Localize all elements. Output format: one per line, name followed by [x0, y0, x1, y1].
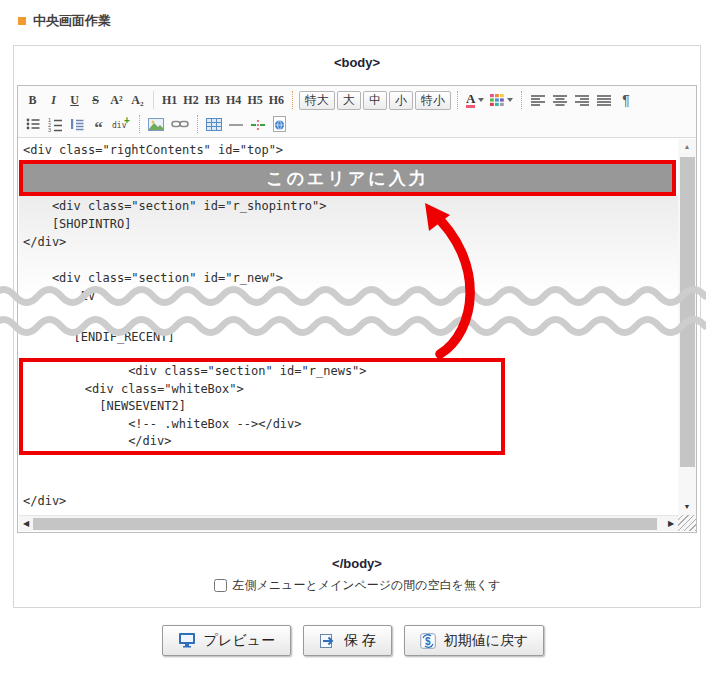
size-xxl-button[interactable]: 特大 — [299, 91, 335, 110]
italic-button[interactable]: I — [43, 90, 64, 111]
scroll-right-arrow-icon[interactable]: ▶ — [664, 516, 678, 532]
scroll-down-arrow-icon[interactable]: ▼ — [678, 499, 696, 515]
blockquote-icon — [69, 116, 85, 132]
code-line-top: <div class="rightContents" id="top"> — [23, 141, 283, 159]
save-button[interactable]: 保 存 — [303, 625, 392, 656]
insert-media-button[interactable] — [269, 114, 290, 135]
insert-link-button[interactable] — [168, 114, 192, 135]
code-block-main: <div class="section" id="r_shopintro"> [… — [23, 197, 326, 305]
html-editor: B I U S A² A₂ H1 H2 H3 H4 H5 H6 特大 大 中 — [17, 85, 697, 533]
reset-button-label: 初期値に戻す — [444, 632, 529, 650]
align-justify-button[interactable] — [593, 90, 615, 111]
horizontal-rule-icon — [228, 117, 244, 132]
remove-gap-label: 左側メニューとメインページの間の空白を無くす — [233, 577, 501, 594]
h2-button[interactable]: H2 — [180, 90, 201, 111]
body-close-label: </body> — [14, 556, 700, 571]
div-tag-icon: div + — [112, 116, 131, 132]
h6-button[interactable]: H6 — [266, 90, 287, 111]
strikethrough-button[interactable]: S — [85, 90, 106, 111]
scroll-left-arrow-icon[interactable]: ◀ — [19, 516, 33, 532]
input-area-highlight: このエリアに入力 — [19, 160, 676, 196]
gap-option-row: 左側メニューとメインページの間の空白を無くす — [14, 577, 700, 594]
code-line-bottom: </div> — [23, 492, 66, 510]
h3-button[interactable]: H3 — [202, 90, 223, 111]
insert-image-button[interactable] — [145, 114, 168, 135]
unordered-list-icon — [25, 116, 41, 132]
unordered-list-button[interactable] — [22, 114, 44, 135]
image-icon — [148, 117, 165, 132]
page-break-button[interactable] — [247, 114, 269, 135]
toolbar-separator — [197, 115, 198, 133]
font-color-a-glyph: A — [466, 92, 475, 108]
vertical-scrollbar[interactable]: ▲ ▼ — [678, 139, 696, 515]
reset-refresh-icon: $ — [420, 633, 436, 649]
size-xs-button[interactable]: 特小 — [415, 91, 451, 110]
resize-grip[interactable] — [678, 515, 696, 531]
editor-content[interactable]: <div class="rightContents" id="top"> このエ… — [19, 139, 678, 515]
align-left-icon — [530, 93, 546, 107]
size-large-button[interactable]: 大 — [337, 91, 361, 110]
align-right-button[interactable] — [571, 90, 593, 111]
align-center-icon — [552, 93, 568, 107]
horizontal-scrollbar-thumb[interactable] — [33, 518, 657, 530]
toolbar-row-2: 123 “ div + — [22, 112, 692, 136]
ordered-list-button[interactable]: 123 — [44, 114, 66, 135]
save-button-label: 保 存 — [344, 632, 376, 650]
code-line-endif: [ENDIF_RECENT] — [23, 328, 175, 346]
h5-button[interactable]: H5 — [244, 90, 265, 111]
orange-bullet-icon — [18, 17, 26, 25]
align-center-button[interactable] — [549, 90, 571, 111]
save-icon — [319, 633, 336, 649]
align-left-button[interactable] — [527, 90, 549, 111]
subscript-button[interactable]: A₂ — [127, 90, 148, 111]
superscript-button[interactable]: A² — [106, 90, 127, 111]
link-icon — [171, 117, 189, 131]
chevron-down-icon — [478, 98, 484, 102]
page-header: 中央画面作業 — [18, 12, 111, 30]
table-icon — [206, 117, 222, 132]
bold-button[interactable]: B — [22, 90, 43, 111]
editor-toolbar: B I U S A² A₂ H1 H2 H3 H4 H5 H6 特大 大 中 — [18, 86, 696, 138]
chevron-down-icon — [507, 98, 513, 102]
quote-button[interactable]: “ — [88, 114, 109, 135]
svg-text:$: $ — [425, 636, 431, 647]
toolbar-separator — [292, 91, 293, 109]
code-block-news: <div class="section" id="r_news"> <div c… — [27, 363, 367, 451]
toolbar-row-1: B I U S A² A₂ H1 H2 H3 H4 H5 H6 特大 大 中 — [22, 88, 692, 112]
blockquote-button[interactable] — [66, 114, 88, 135]
media-globe-icon — [272, 116, 287, 132]
insert-table-button[interactable] — [203, 114, 225, 135]
editor-panel: <body> B I U S A² A₂ H1 H2 H3 H4 H5 H6 — [13, 45, 701, 608]
align-justify-icon — [596, 93, 612, 107]
input-area-highlight-text: このエリアに入力 — [266, 167, 428, 190]
scroll-up-arrow-icon[interactable]: ▲ — [678, 139, 696, 155]
page-title: 中央画面作業 — [33, 12, 111, 30]
remove-gap-checkbox[interactable] — [214, 579, 227, 592]
font-color-button[interactable]: A — [463, 90, 487, 111]
insert-div-button[interactable]: div + — [109, 114, 134, 135]
horizontal-rule-button[interactable] — [225, 114, 247, 135]
body-open-label: <body> — [14, 55, 700, 70]
toolbar-separator — [153, 91, 154, 109]
paragraph-mark-button[interactable]: ¶ — [615, 90, 636, 111]
preview-button[interactable]: プレビュー — [162, 625, 291, 656]
align-right-icon — [574, 93, 590, 107]
annotation-red-box: <div class="section" id="r_news"> <div c… — [19, 358, 505, 455]
color-grid-icon — [490, 94, 504, 106]
h1-button[interactable]: H1 — [159, 90, 180, 111]
monitor-icon — [178, 632, 196, 649]
reset-button[interactable]: $ 初期値に戻す — [404, 625, 545, 656]
page: 中央画面作業 <body> B I U S A² A₂ H1 H2 H3 H4 — [0, 0, 706, 678]
vertical-scrollbar-thumb[interactable] — [680, 157, 695, 467]
horizontal-scrollbar[interactable]: ◀ ▶ — [19, 515, 678, 531]
svg-text:+: + — [124, 116, 130, 126]
h4-button[interactable]: H4 — [223, 90, 244, 111]
toolbar-separator — [457, 91, 458, 109]
preview-button-label: プレビュー — [204, 632, 275, 650]
size-medium-button[interactable]: 中 — [363, 91, 387, 110]
toolbar-separator — [139, 115, 140, 133]
underline-button[interactable]: U — [64, 90, 85, 111]
size-small-button[interactable]: 小 — [389, 91, 413, 110]
page-break-icon — [250, 117, 266, 132]
color-palette-button[interactable] — [487, 90, 516, 111]
